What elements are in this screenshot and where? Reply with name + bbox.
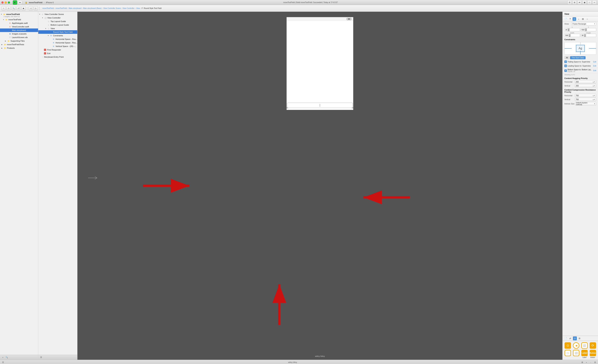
trailing-edit-btn[interactable]: Edit [593, 61, 596, 63]
obj-item-2[interactable]: ◀ [572, 342, 580, 349]
height-increment[interactable]: ▲ [584, 34, 586, 35]
scene-top-layout[interactable]: □ Top Layout Guide [38, 20, 77, 23]
panel-spacer [563, 106, 598, 336]
scene-entry-point[interactable]: → Storyboard Entry Point [38, 55, 77, 59]
compression-vertical-select[interactable]: 750 ▲▼ [575, 98, 596, 101]
add-file-btn[interactable]: + [1, 6, 6, 10]
x-stepper[interactable]: ▲ ▼ [568, 28, 570, 31]
y-input[interactable]: 550 ▲ ▼ [581, 28, 596, 31]
minimize-button[interactable] [5, 1, 7, 4]
debug-toggle[interactable]: ⇄ [577, 0, 582, 5]
sidebar-item-storyboard[interactable]: ☐ Main.storyboard [0, 28, 38, 32]
inspector-toggle[interactable]: ⊞ [572, 0, 577, 5]
run-button[interactable]: ▶ [13, 0, 17, 5]
compression-horizontal-select[interactable]: 750 ▲▼ [575, 94, 596, 97]
scene-constraint-h2[interactable]: ⊞ Horizontal Space - Rou... [38, 41, 77, 44]
y-stepper[interactable]: ▲ ▼ [585, 28, 587, 31]
fullscreen-button[interactable] [8, 1, 10, 4]
file-inspector-btn[interactable]: 📄 [564, 17, 568, 21]
scene-constraint-h1[interactable]: ⊞ Horizontal Space - Rou... [38, 37, 77, 41]
scene-vc-scene[interactable]: ▼ □ View Controller Scene [38, 12, 77, 16]
canvas-area[interactable]: ■■ [77, 12, 562, 360]
hugging-horizontal-select[interactable]: 250 ▲▼ [575, 80, 596, 83]
nav-icon[interactable]: ☰ [40, 356, 42, 359]
tab-all[interactable]: All [564, 56, 570, 59]
project-root[interactable]: ▼ 📁 moveTextField [0, 12, 38, 16]
scene-constraints[interactable]: ▼ ⊞ Constraints [38, 34, 77, 37]
sidebar-item-supporting[interactable]: ▶ 📁 Supporting Files [0, 39, 38, 43]
add-item-btn[interactable]: + [1, 356, 4, 359]
lib-tab-arrows[interactable]: ⇄ [568, 336, 572, 340]
scene-view[interactable]: ▼ □ View [38, 27, 77, 30]
stop-button[interactable]: ■ [18, 0, 22, 5]
quick-help-btn[interactable]: ? [568, 17, 572, 21]
scene-first-responder[interactable]: R First Responder [38, 48, 77, 52]
layout-toggle[interactable]: ▣ [582, 0, 587, 5]
zoom-in-btn[interactable]: + [585, 361, 588, 364]
sidebar-item-appdelegate[interactable]: S AppDelegate.swift [0, 21, 38, 25]
identity-inspector-btn[interactable]: ⊙ [573, 17, 576, 21]
scene-textfield[interactable]: F Round Style Text Field [38, 30, 77, 34]
intrinsic-select[interactable]: Default (System Defined) ▼ [575, 102, 596, 105]
connections-inspector-btn[interactable]: → [585, 17, 589, 21]
lib-tab-circle[interactable]: ⊙ [573, 336, 577, 340]
zoom-out-btn[interactable]: - [589, 361, 592, 364]
more-toggle[interactable]: ↩ [592, 0, 597, 5]
filter-btn[interactable]: 🔍 [5, 356, 8, 359]
width-stepper[interactable]: ▲ ▼ [569, 34, 571, 37]
hugging-vertical-select[interactable]: 250 ▲▼ [575, 84, 596, 87]
obj-item-button[interactable]: Button Button [589, 350, 597, 358]
obj-item-4[interactable]: ⟳ [589, 342, 597, 349]
obj-item-5[interactable]: ◻ [564, 350, 572, 358]
y-increment[interactable]: ▲ [585, 28, 587, 30]
layout-menu-btn[interactable]: ⊟ [593, 361, 597, 364]
lib-tab-file[interactable]: 📄 [564, 336, 568, 340]
x-decrement[interactable]: ▼ [568, 30, 570, 31]
sidebar-item-products[interactable]: ▶ 📁 Products [0, 46, 38, 50]
scene-constraint-v[interactable]: ⊞ Vertical Space - (20) -... [38, 44, 77, 48]
bottom-edit-btn[interactable]: Edit [593, 70, 596, 72]
scene-exit[interactable]: E Exit [38, 52, 77, 55]
obj-item-1[interactable]: ⊙ [564, 342, 572, 349]
obj-item-3[interactable]: ⬜ [581, 342, 588, 349]
sidebar-item-viewcontroller[interactable]: S ViewController.swift [0, 25, 38, 28]
sidebar-group-main[interactable]: ▼ 📁 moveTextField [0, 18, 38, 21]
zoom-fit-btn[interactable]: ⊞ [581, 361, 584, 364]
search-btn[interactable]: 🔍 [11, 6, 16, 10]
statusbar-nav-icon[interactable]: ☰ [1, 361, 5, 364]
view-toggle[interactable]: □ [587, 0, 592, 5]
y-decrement[interactable]: ▼ [585, 30, 587, 31]
sidebar-item-tests[interactable]: ▶ 📁 moveTextFieldTests [0, 43, 38, 46]
tab-this-size-class[interactable]: This Size Class [570, 56, 586, 59]
width-decrement[interactable]: ▼ [569, 35, 571, 37]
x-input[interactable]: 16 ▲ ▼ [564, 28, 580, 31]
height-input[interactable]: 30 ▲ ▼ [581, 34, 596, 37]
leading-edit-btn[interactable]: Edit [593, 65, 596, 67]
obj-item-label[interactable]: Label Label [581, 350, 588, 358]
hugging-horizontal-row: Horizontal 250 ▲▼ [563, 80, 598, 84]
height-decrement[interactable]: ▼ [584, 35, 586, 37]
attributes-inspector-btn[interactable]: ↓ [577, 17, 580, 21]
width-input[interactable]: 568 ▲ ▼ [564, 34, 580, 37]
sidebar-toggle[interactable]: ☰ [567, 0, 572, 5]
lib-tab-square[interactable]: ⊞ [578, 336, 581, 340]
nav-back[interactable]: ◁ [29, 6, 33, 10]
breakpoint-btn[interactable]: ◆ [21, 6, 26, 10]
height-stepper[interactable]: ▲ ▼ [584, 34, 586, 37]
y-label: Y [581, 26, 596, 28]
width-increment[interactable]: ▲ [569, 34, 571, 35]
sidebar-item-launchscreen[interactable]: ☐ LaunchScreen.xib [0, 36, 38, 39]
obj-item-6[interactable]: ⬜ [572, 350, 580, 358]
git-btn[interactable]: ⎇ [16, 6, 21, 10]
x-increment[interactable]: ▲ [568, 28, 570, 30]
nav-forward[interactable]: ▷ [34, 6, 38, 10]
close-button[interactable] [1, 1, 4, 4]
status-toggle[interactable]: ■■ [346, 18, 352, 20]
scene-bottom-layout[interactable]: □ Bottom Layout Guide [38, 23, 77, 27]
show-select[interactable]: Frame Rectangle ▼ [572, 22, 596, 25]
warnings-btn[interactable]: ⚠ [6, 6, 11, 10]
sidebar-item-assets[interactable]: ▣ Images.xcassets [0, 32, 38, 36]
scene-vc[interactable]: ▼ ⬜ View Controller [38, 16, 77, 20]
size-inspector-btn[interactable]: ⊟ [581, 17, 585, 21]
text-field[interactable] [287, 103, 353, 108]
